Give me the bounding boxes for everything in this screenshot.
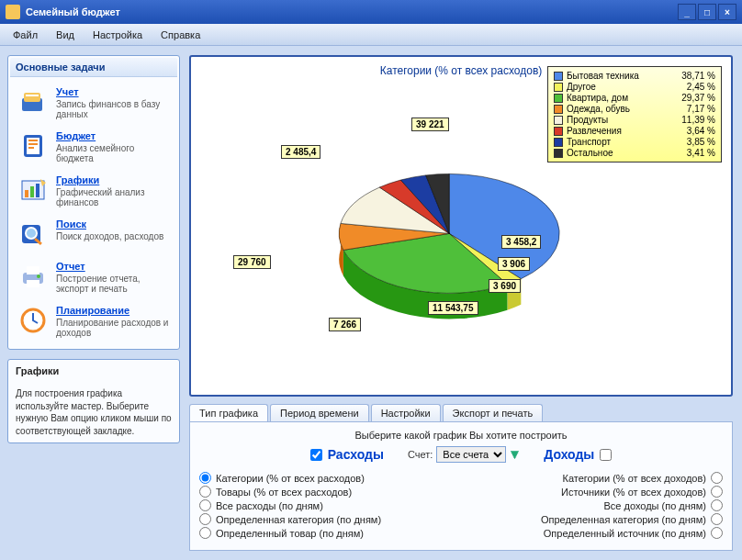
clock-icon	[17, 305, 49, 336]
svg-rect-2	[26, 95, 39, 96]
callout-5: 3 690	[489, 279, 521, 293]
callout-2: 29 760	[233, 255, 271, 269]
svg-rect-14	[27, 280, 39, 287]
tab-settings[interactable]: Настройки	[371, 404, 441, 421]
controls-panel: Выберите какой график Вы хотите построит…	[189, 422, 733, 551]
task-desc: Построение отчета, экспорт и печать	[56, 274, 172, 294]
sidebar-item-budget[interactable]: Бюджет Анализ семейного бюджета	[10, 125, 177, 169]
expenses-options: Категории (% от всех расходов) Товары (%…	[199, 470, 450, 541]
callout-1: 2 485,4	[281, 145, 320, 159]
search-icon	[17, 218, 49, 250]
task-title: Графики	[56, 174, 172, 185]
callout-6: 3 906	[498, 257, 530, 271]
expenses-checkbox[interactable]	[310, 449, 322, 461]
content-area: Основные задачи Учет Запись финансов в б…	[0, 46, 742, 560]
task-desc: Запись финансов в базу данных	[56, 99, 172, 119]
task-title: Отчет	[56, 261, 172, 272]
callout-4: 11 543,75	[428, 301, 478, 315]
task-desc: Поиск доходов, расходов	[56, 231, 163, 241]
title-bar[interactable]: Семейный бюджет _ □ ×	[0, 0, 742, 24]
svg-rect-7	[30, 186, 34, 197]
menu-view[interactable]: Вид	[49, 28, 82, 42]
controls-section: Тип графика Период времени Настройки Экс…	[189, 404, 733, 551]
incomes-label: Доходы	[544, 447, 594, 462]
menu-settings[interactable]: Настройка	[85, 28, 150, 42]
notebook-icon	[17, 130, 49, 162]
incomes-options: Категории (% от всех доходов) Источники …	[472, 470, 723, 541]
close-button[interactable]: ×	[718, 4, 736, 20]
menu-file[interactable]: Файл	[6, 28, 45, 42]
task-desc: Анализ семейного бюджета	[56, 143, 172, 163]
minimize-button[interactable]: _	[678, 4, 696, 20]
main-area: Категории (% от всех расходов) Бытовая т…	[189, 55, 733, 551]
svg-rect-6	[25, 190, 28, 197]
task-desc: Планирование расходов и доходов	[56, 318, 172, 338]
tab-export[interactable]: Экспорт и печать	[443, 404, 544, 421]
opt-exp-goods[interactable]	[199, 486, 211, 498]
sidebar-item-planning[interactable]: Планирование Планирование расходов и дох…	[10, 299, 177, 343]
opt-exp-all-by-day[interactable]	[199, 499, 211, 511]
svg-rect-8	[36, 184, 39, 197]
chart-panel: Категории (% от всех расходов) Бытовая т…	[189, 55, 733, 397]
svg-point-15	[37, 274, 40, 278]
chart-icon	[17, 174, 49, 206]
menu-help[interactable]: Справка	[153, 28, 208, 42]
help-panel: Графики Для построения графика используй…	[7, 359, 180, 443]
dropdown-icon: ⯆	[510, 449, 520, 460]
sidebar-item-charts[interactable]: Графики Графический анализ финансов	[10, 169, 177, 213]
opt-exp-cat-by-day[interactable]	[199, 513, 211, 525]
callout-3: 7 266	[329, 318, 361, 331]
tasks-panel: Основные задачи Учет Запись финансов в б…	[7, 55, 180, 350]
app-title: Семейный бюджет	[26, 6, 120, 17]
maximize-button[interactable]: □	[698, 4, 716, 20]
svg-point-10	[26, 228, 37, 239]
ledger-icon	[17, 86, 49, 118]
task-title: Бюджет	[56, 130, 172, 141]
tasks-panel-title: Основные задачи	[10, 58, 177, 77]
sidebar: Основные задачи Учет Запись финансов в б…	[7, 55, 180, 551]
opt-inc-src-by-day[interactable]	[711, 527, 723, 539]
task-desc: Графический анализ финансов	[56, 187, 172, 207]
app-window: Семейный бюджет _ □ × Файл Вид Настройка…	[0, 0, 742, 560]
task-title: Поиск	[56, 218, 163, 230]
controls-prompt: Выберите какой график Вы хотите построит…	[199, 430, 723, 441]
sidebar-item-report[interactable]: Отчет Построение отчета, экспорт и печат…	[10, 255, 177, 299]
app-icon	[6, 5, 20, 19]
tab-period[interactable]: Период времени	[270, 404, 369, 421]
tab-bar: Тип графика Период времени Настройки Экс…	[189, 404, 733, 422]
callout-7: 3 458,2	[501, 235, 541, 249]
svg-rect-13	[27, 266, 39, 274]
opt-inc-categories[interactable]	[711, 472, 723, 484]
tab-chart-type[interactable]: Тип графика	[189, 404, 268, 421]
opt-exp-categories[interactable]	[199, 472, 211, 484]
account-select[interactable]: Все счета	[436, 446, 506, 463]
opt-exp-good-by-day[interactable]	[199, 527, 211, 539]
opt-inc-sources[interactable]	[711, 486, 723, 498]
incomes-checkbox[interactable]	[600, 449, 612, 461]
sidebar-item-search[interactable]: Поиск Поиск доходов, расходов	[10, 213, 177, 255]
opt-inc-cat-by-day[interactable]	[711, 513, 723, 525]
callout-0: 39 221	[411, 118, 449, 131]
task-title: Учет	[56, 86, 172, 97]
task-title: Планирование	[56, 305, 172, 316]
svg-rect-1	[24, 93, 40, 102]
sidebar-item-uchet[interactable]: Учет Запись финансов в базу данных	[10, 81, 177, 125]
help-title: Графики	[16, 365, 172, 376]
opt-inc-all-by-day[interactable]	[711, 499, 723, 511]
pie-chart: 39 221 2 485,4 29 760 7 266 11 543,75 3 …	[200, 81, 722, 356]
help-text: Для построения графика используйте масте…	[16, 387, 172, 437]
expenses-label: Расходы	[328, 447, 384, 462]
printer-icon	[17, 261, 49, 292]
account-label: Счет:	[408, 449, 433, 460]
menu-bar: Файл Вид Настройка Справка	[0, 24, 742, 46]
